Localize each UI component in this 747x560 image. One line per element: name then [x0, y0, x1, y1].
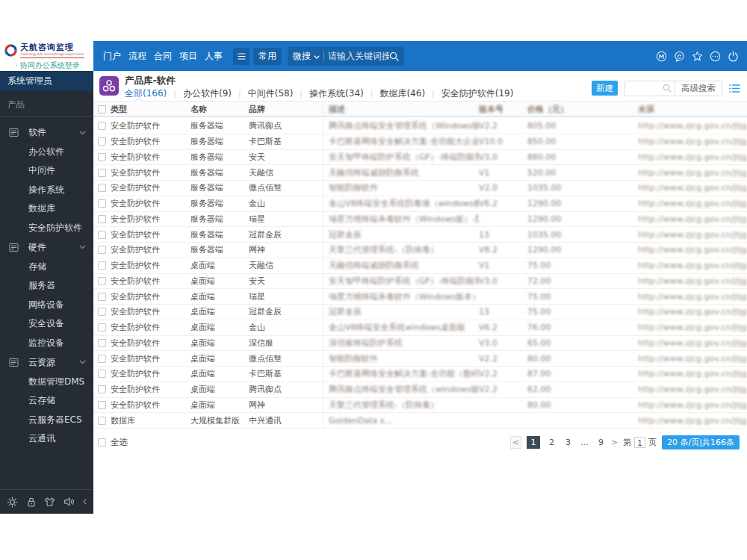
filter-tab[interactable]: 办公软件(9): [183, 87, 232, 100]
top-nav-item[interactable]: 合同: [154, 50, 172, 63]
row-checkbox[interactable]: [98, 308, 106, 316]
page-number[interactable]: 9: [596, 438, 606, 447]
table-row[interactable]: 安全防护软件 服务器端 天融信 天融信终端威胁防御系统 V1 520.00 ht…: [93, 165, 747, 181]
nav-tab-pinned[interactable]: 常用: [253, 48, 282, 65]
row-checkbox[interactable]: [98, 246, 106, 254]
message-icon[interactable]: [674, 51, 685, 62]
row-checkbox[interactable]: [98, 401, 106, 409]
table-row[interactable]: 安全防护软件 桌面端 安天 安天智甲终端防护系统（GF）-终端防御系统 V3.0…: [93, 274, 747, 290]
table-row[interactable]: 安全防护软件 桌面端 瑞星 瑞星万维终端杀毒软件（Windows版本） 75.0…: [93, 289, 747, 305]
sidebar-item[interactable]: 存储: [0, 258, 93, 276]
filter-tab[interactable]: 全部(166): [125, 87, 167, 100]
row-checkbox[interactable]: [98, 355, 106, 363]
global-search-input[interactable]: [328, 51, 389, 61]
sidebar-item[interactable]: 监控设备: [0, 334, 93, 352]
page-number[interactable]: 2: [547, 438, 557, 447]
next-page-button[interactable]: >: [611, 438, 618, 447]
table-row[interactable]: 安全防护软件 服务器端 金山 金山V8终端安全系统防毒墙（windows服务器版…: [93, 196, 747, 212]
sidebar-group[interactable]: 云资源: [0, 352, 93, 373]
more-icon[interactable]: [710, 51, 721, 62]
sidebar-item[interactable]: 云存储: [0, 391, 93, 410]
row-checkbox[interactable]: [98, 169, 106, 177]
row-checkbox[interactable]: [98, 137, 106, 146]
table-row[interactable]: 安全防护软件 服务器端 网神 天擎三代管理系统-（防病毒） V8.2 1290.…: [93, 243, 747, 258]
search-scope-selector[interactable]: 微搜: [293, 50, 311, 63]
table-row[interactable]: 安全防护软件 桌面端 金山 金山V8终端安全系统windows桌面版 V6.2 …: [93, 320, 747, 336]
collapse-chevron-icon[interactable]: [83, 499, 87, 505]
new-button[interactable]: 新建: [592, 81, 618, 96]
select-all-checkbox[interactable]: [98, 438, 106, 447]
row-checkbox[interactable]: [98, 199, 106, 208]
sidebar-item[interactable]: 云通讯: [0, 429, 93, 448]
row-checkbox[interactable]: [98, 184, 106, 192]
advanced-search-button[interactable]: 高级搜索: [675, 81, 722, 96]
search-icon[interactable]: [389, 52, 399, 61]
sidebar-item[interactable]: 中间件: [0, 161, 93, 180]
row-checkbox[interactable]: [98, 385, 106, 393]
lock-icon[interactable]: [26, 497, 37, 508]
sidebar-group[interactable]: 软件: [0, 122, 93, 143]
page-number[interactable]: 3: [563, 438, 573, 447]
sidebar-item[interactable]: 服务器: [0, 276, 93, 295]
row-checkbox[interactable]: [98, 277, 106, 285]
table-row[interactable]: 安全防护软件 桌面端 卡巴斯基 卡巴斯基网络安全解决方案-全功能（数码版）- K…: [93, 367, 747, 382]
row-checkbox[interactable]: [98, 153, 106, 161]
sidebar-item[interactable]: 办公软件: [0, 143, 93, 161]
filter-tab[interactable]: 操作系统(34): [309, 87, 364, 100]
table-row[interactable]: 安全防护软件 服务器端 瑞星 瑞星万维终端杀毒软件（Windows版）-防病毒系…: [93, 212, 747, 228]
table-row[interactable]: 安全防护软件 桌面端 腾讯御点 腾讯御点终端安全管理系统（windows版）V2…: [93, 382, 747, 398]
row-checkbox[interactable]: [98, 122, 106, 130]
header-checkbox[interactable]: [98, 105, 106, 113]
sidebar-item[interactable]: 操作系统: [0, 181, 93, 199]
table-row[interactable]: 安全防护软件 桌面端 微点佰慧 智能防御软件 V2.2 80.00 http:/…: [93, 351, 747, 367]
row-checkbox[interactable]: [98, 215, 106, 223]
page-number[interactable]: ...: [580, 438, 589, 447]
row-checkbox[interactable]: [98, 261, 106, 270]
table-row[interactable]: 安全防护软件 桌面端 深信服 深信服终端防护系统 V3.0 65.00 http…: [93, 336, 747, 352]
table-row[interactable]: 安全防护软件 服务器端 安天 安天智甲终端防护系统（GF）-终端防御系统 V3.…: [93, 150, 747, 166]
page-size-button[interactable]: 20 条/页|共166条: [662, 435, 740, 449]
sidebar-item[interactable]: 云服务器ECS: [0, 411, 93, 429]
table-row[interactable]: 安全防护软件 服务器端 腾讯御点 腾讯御点终端安全管理系统（Windows版） …: [93, 119, 747, 134]
select-all[interactable]: 全选: [93, 437, 128, 448]
favorite-star-icon[interactable]: [692, 51, 703, 62]
filter-tab[interactable]: 安全防护软件(19): [441, 87, 514, 100]
table-row[interactable]: 安全防护软件 服务器端 微点佰慧 智能防御软件 V2.0 1035.00 htt…: [93, 181, 747, 196]
top-nav-item[interactable]: 人事: [205, 50, 223, 63]
m-badge-icon[interactable]: [656, 51, 667, 62]
theme-shirt-icon[interactable]: [44, 497, 55, 507]
sidebar-item[interactable]: 安全防护软件: [0, 219, 93, 237]
page-jump-input[interactable]: 1: [634, 437, 645, 448]
sound-speaker-icon[interactable]: [63, 497, 75, 507]
table-row[interactable]: 安全防护软件 服务器端 冠群金辰 冠群金辰 13 1035.00 http://…: [93, 227, 747, 243]
row-checkbox[interactable]: [98, 293, 106, 301]
table-row[interactable]: 安全防护软件 服务器端 卡巴斯基 卡巴斯基网络安全解决方案-全功能大企业版 15…: [93, 134, 747, 150]
sidebar-group[interactable]: 硬件: [0, 237, 93, 258]
power-logout-icon[interactable]: [728, 51, 739, 62]
page-number[interactable]: 1: [527, 436, 540, 449]
settings-gear-icon[interactable]: [7, 497, 18, 508]
table-row[interactable]: 数据库 大规模集群版 中兴通讯 GoldenData s... http://w…: [93, 413, 747, 429]
oa-login-link[interactable]: · 协同办公系统登录: [4, 60, 90, 71]
top-nav-item[interactable]: 流程: [128, 50, 146, 63]
top-nav-item[interactable]: 门户: [103, 50, 121, 63]
filter-tab[interactable]: 中间件(58): [248, 87, 294, 100]
list-view-icon[interactable]: [729, 84, 740, 93]
row-checkbox[interactable]: [98, 339, 106, 347]
search-icon[interactable]: [660, 84, 675, 93]
table-row[interactable]: 安全防护软件 桌面端 天融信 天融信终端威胁防御系统 V1 75.00 http…: [93, 258, 747, 274]
table-row[interactable]: 安全防护软件 桌面端 网神 天擎三代管理系统-（防病毒） 80.00 http:…: [93, 398, 747, 414]
row-checkbox[interactable]: [98, 417, 106, 425]
prev-page-button[interactable]: <: [510, 436, 521, 449]
table-search-input[interactable]: [625, 82, 660, 95]
top-nav-item[interactable]: 项目: [179, 50, 197, 63]
row-checkbox[interactable]: [98, 323, 106, 332]
sidebar-item[interactable]: 数据管理DMS: [0, 373, 93, 391]
row-checkbox[interactable]: [98, 231, 106, 239]
filter-tab[interactable]: 数据库(46): [379, 87, 425, 100]
sidebar-item[interactable]: 网络设备: [0, 296, 93, 314]
row-checkbox[interactable]: [98, 370, 106, 378]
sidebar-item[interactable]: 数据库: [0, 199, 93, 218]
table-row[interactable]: 安全防护软件 桌面端 冠群金辰 冠群金辰 13 75.00 http://www…: [93, 305, 747, 320]
sidebar-item[interactable]: 安全设备: [0, 314, 93, 333]
